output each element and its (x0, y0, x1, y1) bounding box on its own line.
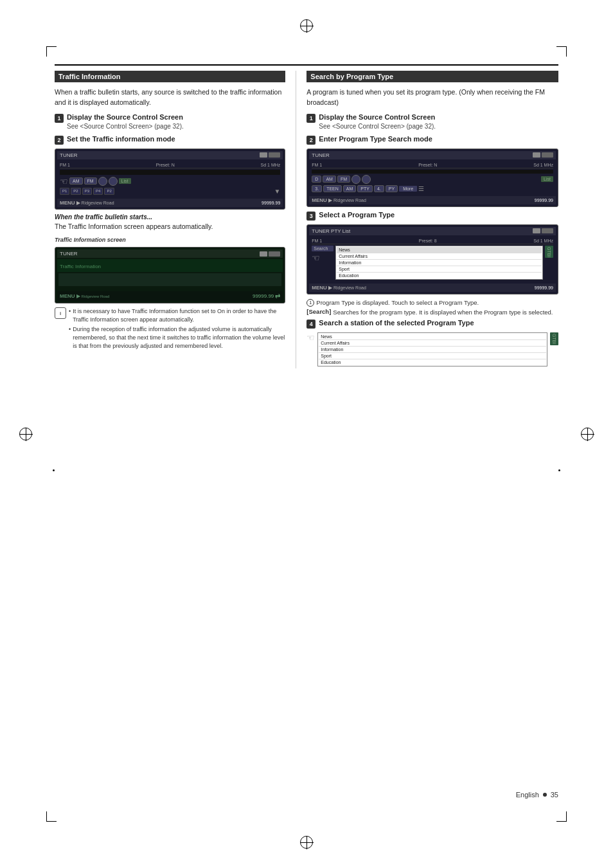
r-btn-5[interactable]: PY (386, 185, 398, 192)
left-column: Traffic Information When a traffic bulle… (55, 71, 296, 368)
screen-fm-label: FM 1 (60, 163, 70, 167)
right-column: Search by Program Type A program is tune… (296, 71, 558, 368)
pty-content-row: Search ☜ News Current Affairs Informatio… (312, 246, 553, 280)
r-footer-nav: MENU ▶ Ridgeview Road (312, 197, 366, 203)
s4-current[interactable]: Current Affairs (319, 340, 546, 347)
pty-item-news[interactable]: News (337, 247, 542, 253)
r-step-4-number: 4 (306, 320, 315, 329)
r-btn-pty[interactable]: PTY (357, 185, 373, 192)
page-footer: English 35 (516, 791, 558, 799)
fm-btn[interactable]: FM (84, 177, 97, 185)
pty-screen-header: TUNER PTY List (309, 227, 556, 235)
search-label: [Search] (306, 308, 331, 315)
corner-bracket-br (556, 811, 567, 822)
am-btn[interactable]: AM (69, 177, 83, 185)
step-2-content: Set the Traffic information mode (67, 135, 285, 144)
traffic-info-label-row: Traffic Information (57, 259, 283, 272)
step3-search-desc: Searches for the program type. It is dis… (333, 308, 553, 316)
r-step-4-title: Search a station of the selected Program… (319, 319, 558, 327)
screen-icon-2 (269, 152, 280, 158)
r-tuner-label: TUNER (312, 152, 330, 158)
pty-screen-mockup: TUNER PTY List FM 1 Preset: 8 Sd 1 MHz (306, 224, 558, 294)
bullet-1: • (69, 307, 71, 323)
right-section-title: Search by Program Type (310, 73, 393, 80)
footer-nav: MENU ▶ Ridgeview Road (60, 200, 114, 206)
preset-p4[interactable]: P4 (93, 188, 103, 195)
pty-item-edu[interactable]: Education (337, 273, 542, 278)
left-section-title: Traffic Information (58, 73, 121, 80)
note-content: • It is necessary to have Traffic Inform… (69, 307, 285, 352)
r-fm-btn[interactable]: FM (337, 176, 350, 183)
r-nav-circle-2 (362, 175, 371, 184)
s4-gtbl-btn[interactable]: GTBl (550, 332, 558, 345)
s4-edu[interactable]: Education (319, 359, 546, 365)
traffic-screen-caption: Traffic Information screen (55, 237, 285, 243)
r-more-btn[interactable]: More (399, 186, 417, 192)
pty-item-current[interactable]: Current Affairs (337, 253, 542, 260)
r-btn-am2[interactable]: AM (343, 185, 357, 192)
pty-preset: Preset: 8 (419, 239, 437, 243)
pty-body: FM 1 Preset: 8 Sd 1 MHz Search ☜ News Cu… (309, 237, 556, 282)
r-screen-icon-2 (542, 152, 553, 158)
r-mode-row: 3. TEEN AM PTY 4. PY More ☰ (312, 185, 553, 192)
r-d-btn[interactable]: D (312, 176, 321, 183)
r-fm-label: FM 1 (312, 163, 322, 167)
step4-list: News Current Affairs Information Sport E… (317, 332, 547, 366)
pty-footer: MENU ▶ Ridgeview Road 99999.99 (309, 284, 556, 292)
r-step-1-number: 1 (306, 114, 315, 123)
step-1-desc: See <Source Control Screen> (page 32). (67, 122, 285, 131)
right-step-3: 3 Select a Program Type (306, 211, 558, 221)
r-step-2-content: Enter Program Type Search mode (319, 135, 558, 144)
r-am-btn[interactable]: AM (323, 176, 336, 183)
step-1-number: 1 (55, 114, 64, 123)
r-btn-teen[interactable]: TEEN (323, 185, 342, 192)
step-1-content: Display the Source Control Screen See <S… (67, 113, 285, 131)
r-step-3-title: Select a Program Type (319, 211, 558, 219)
left-section-header: Traffic Information (55, 71, 285, 82)
r-menu-icon: ☰ (418, 185, 424, 192)
tuner-screen-mockup: TUNER FM 1 Preset: N Sd 1 MHz (55, 149, 285, 210)
s4-info[interactable]: Information (319, 347, 546, 353)
bulletin-desc: The Traffic Information screen appears a… (55, 222, 285, 232)
r-freq-label: Sd 1 MHz (533, 163, 553, 167)
right-step-4: 4 Search a station of the selected Progr… (306, 319, 558, 329)
r-list-btn[interactable]: List (541, 176, 553, 182)
pty-search-btn[interactable]: Search (312, 246, 333, 251)
preset-p1[interactable]: P1 (60, 188, 69, 195)
right-step-2: 2 Enter Program Type Search mode (306, 135, 558, 145)
traffic-icon-1 (260, 251, 267, 257)
step4-row: ☜ News Current Affairs Information Sport… (306, 332, 558, 366)
preset-p5[interactable]: P2 (104, 188, 114, 195)
pty-fm-row: FM 1 Preset: 8 Sd 1 MHz (312, 238, 553, 244)
r-step-1-content: Display the Source Control Screen See <S… (319, 113, 558, 131)
r-screen-buttons-row: D AM FM List (312, 175, 553, 184)
pty-item-info[interactable]: Information (337, 260, 542, 266)
r-arrow: ▶ (328, 197, 332, 203)
preset-row: P1 P2 P3 P4 P2 ▼ (60, 188, 280, 195)
arrow-icon: ▶ (76, 200, 80, 206)
corner-bracket-tr (556, 46, 567, 57)
step3-search-note: [Search] Searches for the program type. … (306, 308, 558, 316)
s4-news[interactable]: News (319, 334, 546, 340)
step-2-title: Set the Traffic information mode (67, 135, 285, 143)
r-btn-4[interactable]: 4. (374, 185, 384, 192)
traffic-arrow: ▶ (76, 293, 80, 299)
traffic-freq: 99999.99 (253, 293, 274, 299)
side-dot-right-1 (558, 469, 560, 471)
note-icon: i (55, 307, 66, 319)
screen-icon-1 (260, 152, 267, 158)
pty-item-sport[interactable]: Sport (337, 266, 542, 273)
r-step-2-number: 2 (306, 136, 315, 145)
traffic-freq-area: 99999.99 ⇄ (253, 293, 280, 300)
preset-p2[interactable]: P2 (71, 188, 80, 195)
preset-p3[interactable]: P3 (82, 188, 92, 195)
pty-gtbl-btn[interactable]: GTBl (545, 246, 553, 258)
screen-freq-value: 99999.99 (262, 201, 280, 205)
step3-note-container: 1 Program Type is displayed. Touch to se… (306, 298, 558, 317)
r-step-4-content: Search a station of the selected Program… (319, 319, 558, 328)
screen-bar (60, 170, 280, 175)
s4-sport[interactable]: Sport (319, 353, 546, 359)
r-btn-tpeg[interactable]: 3. (312, 185, 322, 192)
down-arrow: ▼ (274, 188, 280, 195)
list-btn[interactable]: List (119, 178, 131, 184)
